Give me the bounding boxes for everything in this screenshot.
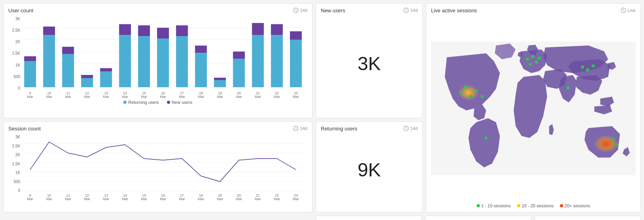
clock-icon-session <box>293 126 299 131</box>
live-session-count-card: Live session count Live 2K <box>535 216 641 220</box>
svg-text:Mar: Mar <box>236 95 242 99</box>
world-map-svg <box>431 15 636 202</box>
user-count-card: User count 14d 3K 2.5K 2K 1.5K 1K 500 0 <box>3 3 312 118</box>
svg-point-99 <box>535 60 538 63</box>
svg-text:Mar: Mar <box>84 197 90 201</box>
svg-text:Mar: Mar <box>65 95 71 99</box>
bar-new-14 <box>290 31 302 40</box>
bar-returning-1 <box>43 35 55 87</box>
svg-line-42 <box>296 129 297 130</box>
svg-point-95 <box>475 89 478 92</box>
new-users-badge: 14d <box>403 8 418 13</box>
svg-text:Mar: Mar <box>46 95 52 99</box>
bar-returning-7 <box>157 38 169 87</box>
y-axis-labels: 3K 2.5K 2K 1.5K 1K 500 0 <box>8 16 23 99</box>
bar-returning-8 <box>176 36 188 87</box>
svg-point-97 <box>526 57 529 61</box>
svg-point-106 <box>615 143 618 146</box>
session-count-title: Session count <box>8 126 307 132</box>
user-count-badge: 14d <box>293 8 307 13</box>
live-sessions-badge: Live <box>621 8 636 13</box>
bar-returning-6 <box>138 36 150 87</box>
returning-users-dot <box>123 101 126 104</box>
bar-returning-4 <box>100 71 112 87</box>
bar-new-6 <box>138 25 150 36</box>
svg-text:Mar: Mar <box>217 197 223 201</box>
svg-text:Mar: Mar <box>141 197 147 201</box>
svg-point-93 <box>459 91 462 94</box>
svg-point-108 <box>566 86 569 90</box>
bar-new-8 <box>176 25 188 36</box>
session-count-badge: 14d <box>293 126 307 131</box>
svg-text:Mar: Mar <box>293 95 299 99</box>
svg-text:Mar: Mar <box>122 197 128 201</box>
bar-new-13 <box>271 24 283 35</box>
svg-text:Mar: Mar <box>84 95 90 99</box>
svg-text:Mar: Mar <box>274 95 280 99</box>
mid-sessions-dot <box>517 204 520 207</box>
svg-text:Mar: Mar <box>217 95 223 99</box>
svg-text:Mar: Mar <box>103 197 109 201</box>
bar-new-1 <box>43 27 55 35</box>
bar-returning-13 <box>271 35 283 87</box>
svg-point-102 <box>581 65 584 69</box>
live-sessions-title: Live active sessions <box>431 8 636 13</box>
svg-text:Mar: Mar <box>293 197 299 201</box>
bar-new-9 <box>195 46 207 53</box>
world-map-container <box>431 15 636 202</box>
returning-users-value: 9K <box>358 159 381 181</box>
bar-returning-12 <box>252 35 264 87</box>
svg-text:Mar: Mar <box>274 197 280 201</box>
bar-returning-9 <box>195 53 207 87</box>
svg-text:Mar: Mar <box>236 197 242 201</box>
svg-point-101 <box>529 63 532 66</box>
bar-returning-5 <box>119 35 131 87</box>
svg-text:Mar: Mar <box>255 197 261 201</box>
svg-text:Mar: Mar <box>27 95 33 99</box>
svg-text:Mar: Mar <box>198 95 204 99</box>
svg-text:Mar: Mar <box>141 95 147 99</box>
svg-point-100 <box>538 57 541 60</box>
svg-text:Mar: Mar <box>198 197 204 201</box>
clock-icon-live <box>621 8 626 13</box>
svg-point-105 <box>611 138 614 141</box>
new-users-card: New users 14d 3K <box>316 3 423 118</box>
svg-point-98 <box>531 55 534 58</box>
bar-returning-0 <box>24 61 36 87</box>
svg-point-104 <box>592 64 595 67</box>
svg-point-96 <box>481 95 484 98</box>
svg-text:Mar: Mar <box>103 95 109 99</box>
svg-text:Mar: Mar <box>179 197 185 201</box>
svg-line-2 <box>296 11 297 11</box>
svg-line-82 <box>406 11 407 11</box>
map-legend: 1 - 10 sessions 10 - 20 sessions 20+ ses… <box>431 203 636 208</box>
svg-line-85 <box>406 129 407 130</box>
bar-new-5 <box>119 24 131 35</box>
session-count-card: Session count 14d 3K 2.5K 2K 1.5K 1K 500… <box>3 121 312 212</box>
bar-returning-14 <box>290 40 302 87</box>
bar-chart-legend: Returning users New users <box>8 100 307 105</box>
clock-icon <box>293 8 299 13</box>
live-user-count-card: Live user count Live 156 <box>425 216 531 220</box>
bar-new-2 <box>62 47 74 54</box>
svg-point-103 <box>586 68 589 71</box>
svg-point-94 <box>469 95 472 98</box>
svg-line-88 <box>623 11 625 11</box>
bar-new-0 <box>24 56 36 61</box>
svg-text:Mar: Mar <box>46 197 52 201</box>
total-users-card: Total users 14d 12K <box>316 216 422 220</box>
svg-text:Mar: Mar <box>160 95 166 99</box>
svg-text:Mar: Mar <box>27 197 33 201</box>
line-chart-area: 9 Mar 10 Mar 11 Mar 12 Mar 13 Mar 14 Mar… <box>23 134 307 201</box>
bar-chart-area: 9 Mar 10 Mar 11 Mar 12 Mar 13 Mar 14 Mar… <box>23 16 307 99</box>
bar-new-12 <box>252 23 264 35</box>
svg-text:Mar: Mar <box>179 95 185 99</box>
svg-point-92 <box>464 85 467 88</box>
session-y-axis: 3K 2.5K 2K 1.5K 1K 500 0 <box>8 134 23 201</box>
bar-new-4 <box>100 68 112 71</box>
bar-new-3 <box>81 75 93 78</box>
user-count-badge-label: 14d <box>300 8 307 13</box>
svg-text:Mar: Mar <box>255 95 261 99</box>
bar-new-7 <box>157 28 169 38</box>
new-users-value: 3K <box>358 53 381 75</box>
